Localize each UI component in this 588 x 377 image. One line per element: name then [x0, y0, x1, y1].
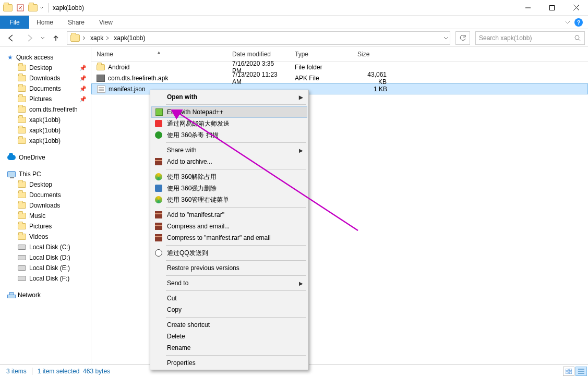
context-menu-item[interactable]: Create shortcut	[151, 319, 307, 331]
sidebar-item[interactable]: Local Disk (F:)	[0, 273, 91, 284]
folder-icon	[18, 181, 26, 188]
col-type[interactable]: Type	[290, 51, 352, 58]
sidebar-item[interactable]: Local Disk (E:)	[0, 263, 91, 273]
context-menu-item[interactable]: 通过网易邮箱大师发送	[151, 118, 307, 129]
context-menu-item[interactable]: Share with▶	[151, 144, 307, 156]
recent-locations-icon[interactable]	[41, 34, 45, 42]
sidebar-item[interactable]: Documents	[0, 190, 91, 200]
quick-access[interactable]: ★ Quick access	[0, 52, 91, 63]
breadcrumb-root-icon[interactable]	[68, 32, 88, 44]
context-menu-item[interactable]: Cut	[151, 293, 307, 304]
context-menu-item[interactable]: Add to "manifest.rar"	[151, 209, 307, 221]
sidebar-item[interactable]: xapk(1obb)	[0, 125, 91, 136]
sidebar-item[interactable]: Music	[0, 211, 91, 221]
address-bar[interactable]: xapk xapk(1obb)	[67, 31, 450, 45]
folder-icon	[18, 234, 26, 240]
menu-separator	[166, 104, 306, 105]
network-icon	[7, 292, 15, 298]
onedrive[interactable]: OneDrive	[0, 152, 91, 163]
context-menu-item[interactable]: Delete	[151, 331, 307, 342]
context-menu-item[interactable]: Edit with Notepad++	[151, 106, 307, 118]
file-row[interactable]: Android7/16/2020 3:35 PMFile folder	[91, 62, 588, 72]
folder-icon	[18, 213, 26, 219]
qat-new-folder-icon[interactable]	[27, 2, 39, 14]
shield-icon	[154, 131, 163, 139]
svg-rect-7	[569, 369, 572, 371]
sidebar-item[interactable]: Downloads	[0, 200, 91, 211]
status-size: 463 bytes	[83, 368, 110, 375]
ribbon-tab-view[interactable]: View	[92, 16, 120, 29]
chevron-down-icon[interactable]	[443, 34, 449, 42]
sidebar-item[interactable]: Pictures	[0, 221, 91, 232]
qat-properties-icon[interactable]	[15, 2, 26, 14]
menu-separator	[166, 245, 306, 246]
context-menu-item[interactable]: Restore previous versions	[151, 262, 307, 274]
minimize-button[interactable]	[516, 0, 540, 16]
cloud-icon	[7, 155, 16, 160]
ribbon-tab-share[interactable]: Share	[61, 16, 92, 29]
sidebar-item[interactable]: com.dts.freefireth	[0, 104, 91, 115]
context-menu-item[interactable]: 使用 360管理右键菜单	[151, 194, 307, 205]
menu-separator	[166, 260, 306, 261]
ribbon-tab-home[interactable]: Home	[29, 16, 61, 29]
pin-icon: 📌	[79, 75, 87, 82]
folder-icon	[18, 202, 26, 209]
refresh-button[interactable]	[455, 31, 470, 45]
column-headers: ▲Name Date modified Type Size	[91, 47, 588, 62]
rar-icon	[154, 157, 163, 166]
sidebar-item[interactable]: Documents📌	[0, 83, 91, 94]
help-icon[interactable]: ?	[574, 18, 583, 27]
forward-button[interactable]	[22, 31, 38, 45]
context-menu-item[interactable]: Properties	[151, 357, 307, 369]
address-row: xapk xapk(1obb) Search xapk(1obb)	[0, 29, 588, 47]
rar-icon	[154, 234, 163, 242]
sidebar-item[interactable]: Desktop	[0, 179, 91, 190]
view-details-button[interactable]	[575, 367, 587, 376]
context-menu-item[interactable]: Rename	[151, 342, 307, 354]
folder-icon	[18, 86, 26, 92]
qat-folder-icon[interactable]	[2, 2, 14, 14]
col-size[interactable]: Size	[352, 51, 394, 58]
disk-icon	[18, 276, 26, 281]
file-row[interactable]: com.dts.freefireth.apk7/13/2020 11:23 AM…	[91, 72, 588, 83]
sidebar-item[interactable]: xapk(1obb)	[0, 136, 91, 146]
search-input[interactable]: Search xapk(1obb)	[475, 31, 585, 45]
context-menu-item[interactable]: 使用 360解除占用	[151, 171, 307, 183]
sidebar-item[interactable]: Local Disk (D:)	[0, 252, 91, 263]
network[interactable]: Network	[0, 290, 91, 300]
file-tab[interactable]: File	[0, 16, 29, 29]
context-menu-item[interactable]: Copy	[151, 304, 307, 315]
sidebar-item[interactable]: Videos	[0, 232, 91, 242]
sidebar-item[interactable]: Local Disk (C:)	[0, 242, 91, 252]
breadcrumb-item[interactable]: xapk(1obb)	[112, 32, 147, 44]
notepad-icon	[155, 108, 163, 116]
pin-icon: 📌	[79, 65, 87, 71]
sidebar-item[interactable]: Pictures📌	[0, 94, 91, 104]
sidebar-item[interactable]: xapk(1obb)	[0, 115, 91, 125]
sidebar-item[interactable]: Desktop📌	[0, 63, 91, 73]
this-pc[interactable]: This PC	[0, 169, 91, 179]
close-button[interactable]	[564, 0, 588, 16]
col-name[interactable]: ▲Name	[91, 51, 227, 58]
menu-separator	[166, 142, 306, 143]
search-placeholder: Search xapk(1obb)	[479, 34, 532, 42]
menu-separator	[166, 317, 306, 318]
context-menu-item[interactable]: Compress to "manifest.rar" and email	[151, 232, 307, 244]
up-button[interactable]	[48, 31, 64, 45]
sidebar-item[interactable]: Downloads📌	[0, 73, 91, 83]
context-menu-item[interactable]: Send to▶	[151, 277, 307, 289]
pin-icon: 📌	[79, 86, 87, 92]
maximize-button[interactable]	[540, 0, 564, 16]
back-button[interactable]	[3, 31, 19, 45]
breadcrumb-item[interactable]: xapk	[88, 32, 112, 44]
context-menu-item[interactable]: 使用 360杀毒 扫描	[151, 129, 307, 141]
context-menu-item[interactable]: Open with▶	[151, 91, 307, 103]
context-menu-item[interactable]: 通过QQ发送到	[151, 247, 307, 259]
context-menu-item[interactable]: Compress and email...	[151, 221, 307, 232]
context-menu-item[interactable]: Add to archive...	[151, 156, 307, 167]
disk-icon	[18, 265, 26, 271]
col-date[interactable]: Date modified	[227, 51, 290, 58]
context-menu-item[interactable]: 使用 360强力删除	[151, 183, 307, 194]
chevron-down-icon[interactable]	[565, 20, 570, 25]
view-large-icons-button[interactable]	[563, 367, 574, 376]
